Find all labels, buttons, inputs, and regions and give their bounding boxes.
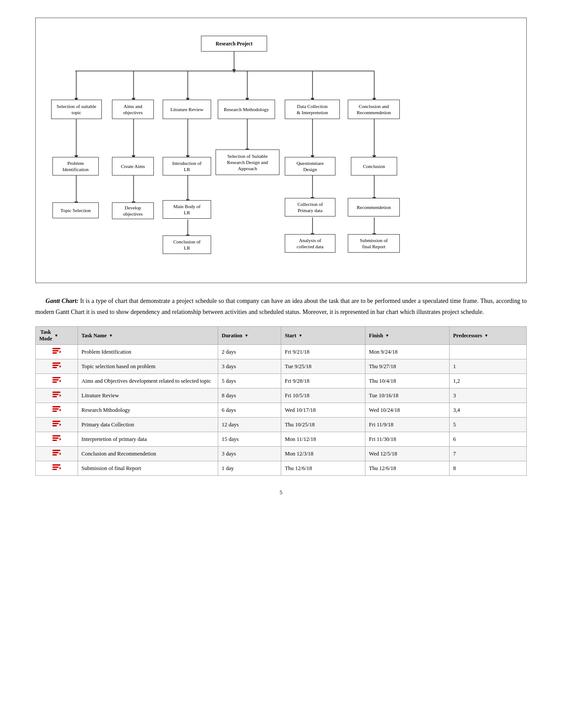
table-header-row: TaskMode ▼ Task Name ▼ Duration ▼ Start	[36, 327, 527, 345]
predecessors-cell: 3,4	[449, 403, 526, 418]
th-start[interactable]: Start ▼	[281, 327, 365, 345]
svg-rect-55	[52, 467, 59, 468]
svg-rect-38	[52, 406, 60, 407]
fc-box-b5: Data Collection& Interpretetion	[285, 100, 340, 119]
finish-cell: Thu 12/6/18	[365, 461, 450, 476]
duration-cell: 1 day	[218, 461, 281, 476]
duration-cell: 6 days	[218, 403, 281, 418]
task-mode-icon	[52, 405, 61, 415]
fc-box-b16: Collection ofPrimary data	[285, 198, 335, 217]
fc-box-b6: Conclusion andRecommendetion	[348, 100, 400, 119]
task-name-cell: Submission of final Report	[78, 461, 218, 476]
table-row: Interpretetion of primary data15 daysMon…	[36, 432, 527, 447]
fc-box-root: Research Project	[201, 36, 267, 52]
svg-marker-29	[60, 365, 61, 368]
svg-rect-47	[52, 437, 59, 439]
fc-box-b2: Aims andobjectives	[112, 100, 154, 119]
predecessors-cell: 7	[449, 447, 526, 461]
sort-arrow-predecessors: ▼	[484, 333, 488, 338]
svg-rect-40	[52, 411, 57, 412]
th-task-name[interactable]: Task Name ▼	[78, 327, 218, 345]
task-name-cell: Primary data Collection	[78, 418, 218, 432]
task-mode-cell	[36, 345, 78, 359]
svg-rect-46	[52, 435, 60, 437]
finish-cell: Fri 11/30/18	[365, 432, 450, 447]
predecessors-cell: 3	[449, 388, 526, 403]
finish-cell: Thu 9/27/18	[365, 359, 450, 374]
fc-box-b18: Conclusion ofLR	[163, 235, 211, 254]
svg-marker-25	[60, 351, 61, 353]
svg-rect-56	[52, 469, 57, 470]
task-mode-cell	[36, 432, 78, 447]
start-cell: Fri 10/5/18	[281, 388, 365, 403]
svg-rect-30	[52, 377, 60, 378]
table-row: Conclusion and Recommendetion3 daysMon 1…	[36, 447, 527, 461]
svg-rect-42	[52, 421, 60, 422]
flowchart-container: Research Project Selection of suitableto…	[35, 18, 527, 283]
table-row: Primary data Collection12 daysThu 10/25/…	[36, 418, 527, 432]
svg-rect-26	[52, 362, 60, 364]
fc-box-b17: Recommendetion	[348, 198, 400, 217]
fc-box-b9: Introduction ofLR	[163, 157, 211, 175]
th-duration[interactable]: Duration ▼	[218, 327, 281, 345]
task-mode-cell	[36, 403, 78, 418]
fc-box-b19: Analysis ofcollected data	[285, 234, 335, 253]
svg-rect-31	[52, 379, 59, 381]
start-cell: Fri 9/28/18	[281, 374, 365, 388]
duration-cell: 12 days	[218, 418, 281, 432]
finish-cell: Wed 10/24/18	[365, 403, 450, 418]
svg-rect-48	[52, 440, 57, 441]
table-row: Research Mthodology6 daysWed 10/17/18Wed…	[36, 403, 527, 418]
table-row: Submission of final Report1 dayThu 12/6/…	[36, 461, 527, 476]
sort-arrow-start: ▼	[298, 333, 302, 338]
svg-rect-34	[52, 392, 60, 393]
fc-box-b1: Selection of suitabletopic	[51, 100, 102, 119]
task-name-cell: Litrature Review	[78, 388, 218, 403]
finish-cell: Mon 9/24/18	[365, 345, 450, 359]
task-mode-cell	[36, 374, 78, 388]
table-row: Aims and Objectives development related …	[36, 374, 527, 388]
th-predecessors[interactable]: Predecessors ▼	[449, 327, 526, 345]
page-number: 5	[35, 489, 527, 496]
task-name-cell: Interpretetion of primary data	[78, 432, 218, 447]
finish-cell: Wed 12/5/18	[365, 447, 450, 461]
svg-marker-57	[60, 467, 61, 470]
fc-box-b20: Submission offinal Report	[348, 234, 400, 253]
table-row: Problem Identification2 daysFri 9/21/18M…	[36, 345, 527, 359]
task-mode-icon	[52, 362, 61, 371]
svg-marker-49	[60, 438, 61, 441]
task-mode-cell	[36, 418, 78, 432]
task-mode-icon	[52, 420, 61, 429]
predecessors-cell	[449, 345, 526, 359]
sort-arrow-task-name: ▼	[109, 333, 113, 338]
sort-arrow-duration: ▼	[245, 333, 249, 338]
finish-cell: Thu 10/4/18	[365, 374, 450, 388]
duration-cell: 15 days	[218, 432, 281, 447]
paragraph: Gantt Chart: It is a type of chart that …	[35, 295, 527, 317]
svg-rect-36	[52, 396, 57, 397]
fc-box-b10: Selection of SuitableResearch Design and…	[216, 149, 279, 175]
svg-rect-50	[52, 450, 60, 451]
start-cell: Wed 10/17/18	[281, 403, 365, 418]
task-name-cell: Research Mthodology	[78, 403, 218, 418]
start-cell: Thu 10/25/18	[281, 418, 365, 432]
task-mode-icon	[52, 347, 61, 357]
svg-marker-41	[60, 409, 61, 411]
th-task-mode[interactable]: TaskMode ▼	[36, 327, 78, 345]
start-cell: Mon 12/3/18	[281, 447, 365, 461]
sort-arrow-task-mode: ▼	[54, 333, 58, 338]
gantt-table: TaskMode ▼ Task Name ▼ Duration ▼ Start	[35, 326, 527, 476]
svg-rect-32	[52, 381, 57, 383]
task-name-cell: Topic selection based on problem	[78, 359, 218, 374]
gantt-tbody: Problem Identification2 daysFri 9/21/18M…	[36, 345, 527, 476]
svg-marker-33	[60, 380, 61, 382]
predecessors-cell: 1	[449, 359, 526, 374]
task-mode-cell	[36, 447, 78, 461]
task-name-cell: Problem Identification	[78, 345, 218, 359]
th-finish[interactable]: Finish ▼	[365, 327, 450, 345]
fc-box-b4: Research Methodology	[218, 100, 275, 119]
task-mode-icon	[52, 434, 61, 444]
finish-cell: Fri 11/9/18	[365, 418, 450, 432]
predecessors-cell: 8	[449, 461, 526, 476]
svg-rect-54	[52, 464, 60, 466]
